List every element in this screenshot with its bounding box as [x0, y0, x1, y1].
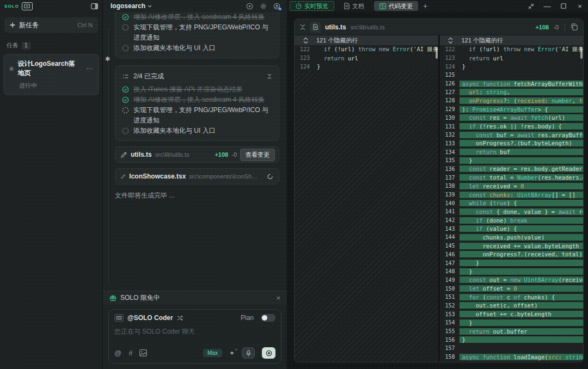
max-mode-badge[interactable]: Max [203, 349, 222, 357]
agent-name[interactable]: @SOLO Coder [127, 314, 173, 322]
code-line: 139 const chunks: Uint8Array[] = [] [440, 190, 584, 199]
switch-agent-icon[interactable] [177, 315, 183, 321]
code-text: onProgress?.(buf.byteLength) [460, 140, 584, 146]
plan-toggle[interactable] [261, 314, 275, 322]
code-text: return url [460, 55, 584, 61]
line-number: 130 [440, 115, 460, 121]
code-text: let received = 0 [460, 183, 584, 189]
file-change-item[interactable]: utils.ts src\lib\utils.ts +108 -0 查看变更 [115, 146, 279, 163]
project-name: logosearch [111, 2, 145, 10]
code-line: 135 } [440, 156, 584, 165]
circle-icon [122, 127, 129, 134]
code-line: 133 onProgress?.(buf.byteLength) [440, 139, 584, 148]
checklist-item: 添加收藏夹本地化与 UI 入口 [122, 126, 272, 136]
plan-card-current: 2/4 已完成 接入 iTunes 搜索 API 并渲染动态结果 增加 AI修改… [115, 65, 279, 141]
code-line: 153 offset += c.byteLength [440, 310, 584, 318]
task-status: 进行中 [19, 82, 93, 90]
settings-gear-icon[interactable] [260, 3, 267, 10]
code-text: while (true) { [460, 200, 584, 206]
chat-card: @SOLO Coder Plan 您正在与 SOLO Coder 聊天 @ # … [108, 309, 281, 364]
attach-image-icon[interactable] [139, 349, 147, 356]
code-text: const { done, value } = await reader.rea… [460, 208, 584, 215]
promo-close-icon[interactable]: × [276, 294, 280, 302]
agent-working-spinner: ✻ [105, 56, 110, 62]
new-code-lines: 122 if (!url) throw new Error('AI 服务未返回1… [440, 45, 584, 361]
file-name: utils.ts [131, 151, 152, 158]
new-tab-icon[interactable]: + [423, 2, 427, 10]
circle-icon [122, 24, 129, 31]
maximize-button[interactable] [555, 0, 572, 12]
code-text: if (done) break [460, 217, 584, 224]
conversation-scroll[interactable]: ✻ 增加 AI修改弹层，接入 seedream 4 风格转换 实现下载管理，支持… [103, 12, 287, 291]
fold-icon[interactable] [300, 24, 305, 30]
toggle-sidebar-icon[interactable] [91, 3, 98, 9]
copy-icon[interactable] [571, 23, 578, 30]
diff-file-name: utils.ts [325, 23, 346, 31]
code-text: const reader = res.body.getReader() [460, 165, 584, 172]
promo-banner: SOLO 限免中 × [103, 291, 287, 305]
tab-live-preview[interactable]: 实时预览 [290, 1, 334, 11]
code-text: if (value) { [460, 225, 584, 232]
code-line: 124} [440, 62, 584, 71]
hidden-lines-bar: 121 个隐藏的行 [295, 35, 438, 45]
tab-code-changes[interactable]: 代码变更 [374, 1, 418, 11]
diff-split-view: 121 个隐藏的行 122 if (!url) throw new Error(… [295, 35, 583, 362]
file-change-item[interactable]: IconShowcase.tsx src\components\IconShow… [115, 168, 279, 184]
new-chat-icon[interactable] [246, 3, 253, 10]
line-number: 152 [440, 303, 460, 309]
code-text: } [314, 63, 438, 70]
enhance-prompt-icon[interactable]: ✦+ [229, 349, 235, 357]
solo-logo-icon [22, 2, 33, 10]
diff-added-count: +108 [535, 24, 549, 30]
code-text: const buf = await res.arrayBuffer() [460, 132, 584, 138]
view-changes-button[interactable]: 查看变更 [240, 149, 275, 161]
gift-icon [109, 294, 117, 302]
preview-tabbar: 实时预览 文档 代码变更 + — × [287, 0, 588, 12]
code-text: onProgress?: (received: number, total?: … [460, 97, 584, 104]
checklist-icon [122, 73, 129, 80]
minimize-button[interactable]: — [539, 0, 555, 12]
chat-input[interactable]: 您正在与 SOLO Coder 聊天 [114, 327, 275, 347]
code-text: async function fetchArrayBufferWithProgr… [460, 81, 584, 87]
code-line: 150 let offset = 0 [440, 284, 584, 293]
avatar-status-dot [279, 8, 281, 10]
expand-hidden-lines-icon[interactable] [295, 38, 316, 44]
new-task-button[interactable]: 新任务 Ctrl N [4, 17, 98, 33]
expand-hidden-lines-icon[interactable] [440, 38, 462, 44]
code-text: out.set(c, offset) [460, 302, 584, 309]
checklist-item: 实现下载管理，支持 PNG/JPEG/WebP/ICO 与进度通知 [122, 105, 272, 126]
checklist-item: 增加 AI修改弹层，接入 seedream 4 风格转换 [122, 95, 272, 105]
collapse-icon[interactable] [267, 73, 272, 79]
code-line: 144 chunks.push(value) [440, 233, 584, 242]
old-code-lines: 122 if (!url) throw new Error('AI 服务未返回1… [295, 45, 438, 71]
close-button[interactable]: × [572, 0, 588, 12]
line-number: 145 [440, 243, 460, 249]
tab-docs[interactable]: 文档 [335, 1, 373, 11]
project-switcher[interactable]: logosearch [111, 2, 152, 10]
code-line: 122 if (!url) throw new Error('AI 服务未返回 [440, 45, 584, 54]
line-number: 149 [440, 277, 460, 283]
context-hash-icon[interactable]: # [128, 349, 132, 357]
mention-icon[interactable]: @ [114, 349, 121, 357]
code-text: const chunks: Uint8Array[] = [] [460, 192, 584, 198]
line-number: 123 [440, 55, 460, 61]
line-number: 148 [440, 268, 460, 274]
new-task-shortcut: Ctrl N [77, 22, 93, 28]
line-number: 142 [440, 217, 460, 223]
loading-circle-icon [122, 107, 129, 114]
code-line: 131 if (!res.ok || !res.body) { [440, 122, 584, 131]
collapse-window-icon[interactable] [523, 0, 539, 12]
line-number: 153 [440, 311, 460, 317]
code-line: 122 if (!url) throw new Error('AI 服务未返回 [295, 45, 438, 54]
file-path: src\lib\utils.ts [155, 151, 189, 158]
send-button[interactable] [262, 347, 275, 359]
file-type-icon [310, 22, 321, 33]
line-number: 147 [440, 260, 460, 266]
task-list-item[interactable]: ✻ 设计LogoSearch落地页 ⋯ 进行中 [3, 54, 99, 95]
voice-input-button[interactable] [242, 347, 255, 359]
task-spinner-icon: ✻ [9, 66, 14, 72]
line-number: 124 [440, 64, 460, 70]
account-avatar[interactable] [273, 3, 280, 10]
code-line: 127 url: string, [440, 88, 584, 96]
task-menu-icon[interactable]: ⋯ [86, 65, 93, 72]
